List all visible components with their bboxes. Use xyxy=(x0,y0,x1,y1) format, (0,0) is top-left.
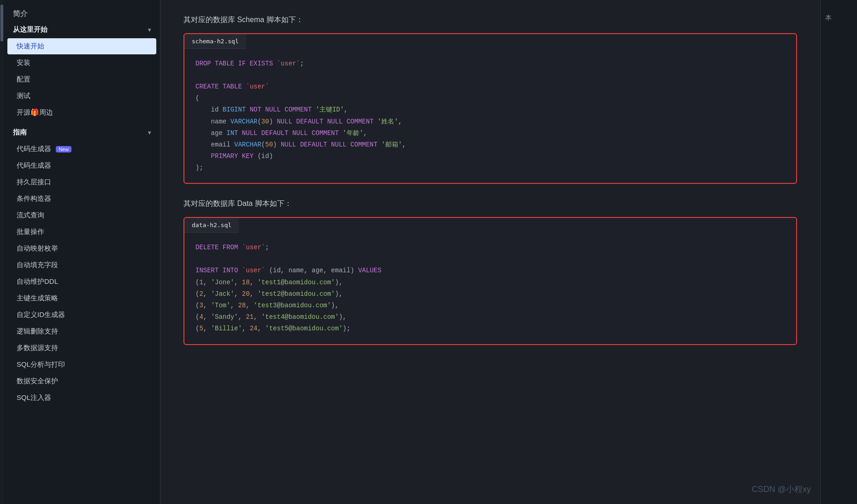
sidebar-group-start-label: 从这里开始 xyxy=(13,25,47,34)
sidebar-top-section: 简介 xyxy=(4,5,160,22)
data-tab: data-h2.sql xyxy=(184,218,239,233)
sidebar-item-config-label: 配置 xyxy=(17,75,30,83)
data-code-line-1: DELETE FROM `user`; xyxy=(195,242,785,253)
sidebar-item-stream-label: 流式查询 xyxy=(17,211,44,219)
data-code-line-5: (3, 'Tom', 28, 'test3@baomidou.com'), xyxy=(195,300,785,311)
sidebar-item-autofill[interactable]: 自动填充字段 xyxy=(7,257,156,273)
sidebar-item-enum[interactable]: 自动映射枚举 xyxy=(7,240,156,257)
sidebar-item-batch[interactable]: 批量操作 xyxy=(7,224,156,240)
sidebar-item-dao-label: 持久层接口 xyxy=(17,178,51,186)
code-line-3: ( xyxy=(195,93,785,104)
right-panel-title: 本 xyxy=(824,9,833,10)
data-code-line-7: (5, 'Billie', 24, 'test5@baomidou.com'); xyxy=(195,323,785,334)
sidebar-item-idgen-label: 自定义ID生成器 xyxy=(17,311,65,318)
sidebar-item-ddl[interactable]: 自动维护DDL xyxy=(7,274,156,290)
code-line-1: DROP TABLE IF EXISTS `user`; xyxy=(195,58,785,70)
sidebar-item-install-label: 安装 xyxy=(17,59,30,66)
main-content: 其对应的数据库 Schema 脚本如下： schema-h2.sql DROP … xyxy=(160,0,820,504)
sidebar-item-ddl-label: 自动维护DDL xyxy=(17,277,58,285)
sidebar-item-sqlinjector-label: SQL注入器 xyxy=(17,393,51,401)
sidebar-item-batch-label: 批量操作 xyxy=(17,228,44,235)
data-desc: 其对应的数据库 Data 脚本如下： xyxy=(183,198,797,210)
sidebar-item-dao[interactable]: 持久层接口 xyxy=(7,174,156,190)
new-badge: New xyxy=(56,146,71,152)
schema-code-body: DROP TABLE IF EXISTS `user`; CREATE TABL… xyxy=(184,49,796,183)
sidebar-group-guide-label: 指南 xyxy=(13,128,27,137)
scroll-indicator[interactable] xyxy=(0,0,4,504)
sidebar-item-install[interactable]: 安装 xyxy=(7,55,156,71)
sidebar-item-codegen-new[interactable]: 代码生成器 New xyxy=(7,141,156,157)
sidebar-item-codegen-new-label: 代码生成器 xyxy=(17,145,51,152)
sidebar-item-codegen-label: 代码生成器 xyxy=(17,161,51,169)
sidebar-item-stream[interactable]: 流式查询 xyxy=(7,207,156,223)
data-code-block: data-h2.sql DELETE FROM `user`; INSERT I… xyxy=(183,217,797,345)
code-line-2: CREATE TABLE `user` xyxy=(195,81,785,93)
schema-code-block: schema-h2.sql DROP TABLE IF EXISTS `user… xyxy=(183,33,797,184)
sidebar-item-logicdelete[interactable]: 逻辑删除支持 xyxy=(7,323,156,340)
data-code-line-2: INSERT INTO `user` (id, name, age, email… xyxy=(195,265,785,276)
sidebar-item-wrapper[interactable]: 条件构造器 xyxy=(7,191,156,207)
schema-tab: schema-h2.sql xyxy=(184,34,246,49)
sidebar-item-quickstart[interactable]: 快速开始 xyxy=(7,38,156,54)
code-line-5: name VARCHAR(30) NULL DEFAULT NULL COMME… xyxy=(195,116,785,128)
sidebar-item-opensource-label: 开源🎁周边 xyxy=(17,108,53,116)
sidebar-item-pk-label: 主键生成策略 xyxy=(17,294,58,302)
sidebar-group-start-header[interactable]: 从这里开始 ▾ xyxy=(4,22,160,38)
sidebar-item-sqlanalyze[interactable]: SQL分析与打印 xyxy=(7,357,156,373)
code-line-6: age INT NULL DEFAULT NULL COMMENT '年龄', xyxy=(195,128,785,139)
sidebar-group-guide-header[interactable]: 指南 ▾ xyxy=(4,124,160,141)
sidebar: 简介 从这里开始 ▾ 快速开始 安装 配置 测试 开源🎁周边 指南 ▾ 代码生成… xyxy=(4,0,160,504)
data-code-line-3: (1, 'Jone', 18, 'test1@baomidou.com'), xyxy=(195,277,785,288)
sidebar-item-idgen[interactable]: 自定义ID生成器 xyxy=(7,307,156,323)
code-line-7: email VARCHAR(50) NULL DEFAULT NULL COMM… xyxy=(195,139,785,151)
sidebar-group-guide: 指南 ▾ 代码生成器 New 代码生成器 持久层接口 条件构造器 流式查询 批量… xyxy=(4,124,160,406)
sidebar-item-test[interactable]: 测试 xyxy=(7,88,156,104)
sidebar-item-config[interactable]: 配置 xyxy=(7,71,156,88)
sidebar-item-multids[interactable]: 多数据源支持 xyxy=(7,340,156,356)
sidebar-item-sqlinjector[interactable]: SQL注入器 xyxy=(7,390,156,406)
sidebar-item-multids-label: 多数据源支持 xyxy=(17,344,58,352)
code-line-9: ); xyxy=(195,162,785,174)
sidebar-item-security[interactable]: 数据安全保护 xyxy=(7,373,156,389)
sidebar-item-quickstart-label: 快速开始 xyxy=(17,42,44,50)
sidebar-item-autofill-label: 自动填充字段 xyxy=(17,261,58,269)
code-line-8: PRIMARY KEY (id) xyxy=(195,151,785,162)
schema-desc: 其对应的数据库 Schema 脚本如下： xyxy=(183,14,797,26)
sidebar-group-start: 从这里开始 ▾ 快速开始 安装 配置 测试 开源🎁周边 xyxy=(4,22,160,121)
data-code-line-4: (2, 'Jack', 20, 'test2@baomidou.com'), xyxy=(195,288,785,300)
sidebar-item-security-label: 数据安全保护 xyxy=(17,377,58,385)
right-panel-content: 本 xyxy=(821,5,836,15)
chevron-down-icon: ▾ xyxy=(148,27,151,33)
data-code-line-6: (4, 'Sandy', 21, 'test4@baomidou.com'), xyxy=(195,311,785,323)
sidebar-item-opensource[interactable]: 开源🎁周边 xyxy=(7,105,156,121)
sidebar-item-logicdelete-label: 逻辑删除支持 xyxy=(17,327,58,335)
sidebar-item-codegen[interactable]: 代码生成器 xyxy=(7,158,156,174)
right-panel: 本 xyxy=(820,0,857,504)
sidebar-item-sqlanalyze-label: SQL分析与打印 xyxy=(17,360,65,368)
sidebar-item-pk[interactable]: 主键生成策略 xyxy=(7,290,156,306)
sidebar-item-wrapper-label: 条件构造器 xyxy=(17,194,51,202)
code-line-4: id BIGINT NOT NULL COMMENT '主键ID', xyxy=(195,104,785,116)
sidebar-item-enum-label: 自动映射枚举 xyxy=(17,244,58,252)
chevron-down-icon-2: ▾ xyxy=(148,129,151,136)
scroll-thumb[interactable] xyxy=(0,5,3,41)
data-code-body: DELETE FROM `user`; INSERT INTO `user` (… xyxy=(184,233,796,344)
sidebar-item-test-label: 测试 xyxy=(17,92,30,100)
